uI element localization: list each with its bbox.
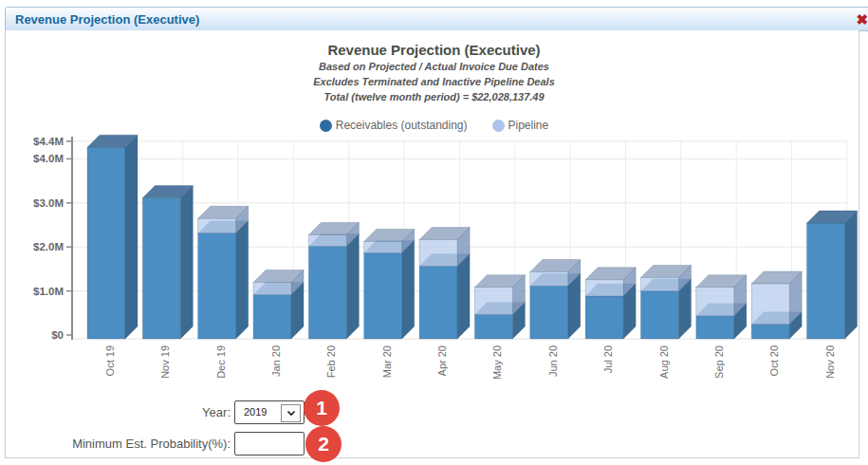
pipeline-front[interactable] bbox=[198, 218, 236, 232]
min-probability-input[interactable] bbox=[234, 432, 305, 456]
pipeline-front[interactable] bbox=[419, 240, 457, 267]
bar-nov-19[interactable] bbox=[142, 186, 193, 339]
receivables-side[interactable] bbox=[845, 211, 858, 339]
pipeline-front[interactable] bbox=[253, 283, 291, 295]
bar-oct-20[interactable] bbox=[751, 271, 802, 339]
receivables-side[interactable] bbox=[180, 186, 193, 339]
x-axis-label-oct-19: Oct 19 bbox=[104, 345, 116, 376]
bar-mar-20[interactable] bbox=[364, 229, 415, 339]
x-axis-label-nov-20: Nov 20 bbox=[824, 345, 836, 379]
bar-apr-20[interactable] bbox=[419, 228, 470, 339]
x-axis-label-jul-20: Jul 20 bbox=[602, 345, 614, 373]
pipeline-front[interactable] bbox=[696, 288, 734, 316]
receivables-side[interactable] bbox=[236, 221, 249, 339]
pipeline-front[interactable] bbox=[585, 280, 623, 296]
year-label: Year: bbox=[117, 405, 231, 419]
receivables-front[interactable] bbox=[530, 286, 568, 339]
step-badge-1: 1 bbox=[304, 390, 340, 426]
pipeline-front[interactable] bbox=[530, 271, 568, 286]
bar-oct-19[interactable] bbox=[87, 135, 138, 339]
y-axis-label: $3.0M bbox=[33, 197, 64, 209]
receivables-front[interactable] bbox=[253, 295, 291, 339]
bar-aug-20[interactable] bbox=[641, 266, 692, 339]
x-axis-label-aug-20: Aug 20 bbox=[658, 345, 670, 379]
bar-nov-20[interactable] bbox=[807, 211, 858, 339]
x-axis-label-jun-20: Jun 20 bbox=[547, 345, 559, 377]
receivables-front[interactable] bbox=[364, 253, 402, 339]
revenue-projection-chart: $0$1.0M$2.0M$3.0M$4.0M$4.4MOct 19Nov 19D… bbox=[0, 0, 868, 403]
x-axis-label-sep-20: Sep 20 bbox=[713, 345, 725, 379]
x-axis-label-may-20: May 20 bbox=[491, 345, 503, 380]
receivables-front[interactable] bbox=[641, 291, 679, 339]
x-axis-label-nov-19: Nov 19 bbox=[159, 345, 171, 379]
x-axis-label-mar-20: Mar 20 bbox=[381, 345, 393, 378]
year-select-value: 2019 bbox=[244, 406, 267, 418]
bar-dec-19[interactable] bbox=[198, 206, 249, 339]
receivables-side[interactable] bbox=[457, 253, 470, 339]
bar-sep-20[interactable] bbox=[696, 275, 747, 339]
receivables-side[interactable] bbox=[402, 241, 415, 339]
min-probability-label: Minimum Est. Probability(%): bbox=[19, 437, 231, 451]
receivables-front[interactable] bbox=[198, 233, 236, 339]
receivables-front[interactable] bbox=[474, 314, 512, 339]
x-axis-label-apr-20: Apr 20 bbox=[436, 345, 448, 376]
receivables-front[interactable] bbox=[87, 147, 125, 339]
pipeline-front[interactable] bbox=[308, 234, 346, 246]
bar-jun-20[interactable] bbox=[530, 259, 581, 339]
pipeline-front[interactable] bbox=[751, 284, 789, 325]
chevron-down-icon[interactable] bbox=[281, 404, 301, 422]
revenue-projection-window: Revenue Projection (Executive) ✖ Revenue… bbox=[0, 0, 868, 465]
year-select[interactable]: 2019 bbox=[234, 400, 305, 424]
step-badge-2: 2 bbox=[305, 426, 342, 462]
receivables-front[interactable] bbox=[308, 247, 346, 339]
receivables-front[interactable] bbox=[142, 198, 180, 339]
y-axis-label: $1.0M bbox=[33, 286, 64, 297]
pipeline-front[interactable] bbox=[641, 278, 679, 291]
bar-may-20[interactable] bbox=[474, 275, 525, 339]
pipeline-front[interactable] bbox=[474, 288, 512, 315]
receivables-side[interactable] bbox=[346, 234, 359, 339]
x-axis-label-jan-20: Jan 20 bbox=[270, 345, 282, 377]
y-axis-label: $4.4M bbox=[33, 136, 64, 147]
y-axis-label: $2.0M bbox=[33, 241, 64, 252]
receivables-front[interactable] bbox=[419, 266, 457, 339]
x-axis-label-oct-20: Oct 20 bbox=[768, 345, 780, 376]
receivables-side[interactable] bbox=[125, 135, 138, 339]
receivables-front[interactable] bbox=[696, 316, 734, 339]
receivables-front[interactable] bbox=[807, 223, 845, 339]
x-axis-label-dec-19: Dec 19 bbox=[215, 345, 227, 379]
bar-feb-20[interactable] bbox=[308, 222, 359, 339]
pipeline-front[interactable] bbox=[364, 241, 402, 252]
x-axis-label-feb-20: Feb 20 bbox=[325, 345, 337, 378]
y-axis-label: $0 bbox=[51, 329, 64, 341]
bar-jul-20[interactable] bbox=[585, 268, 636, 339]
y-axis-label: $4.0M bbox=[33, 153, 64, 164]
bar-jan-20[interactable] bbox=[253, 270, 304, 339]
receivables-front[interactable] bbox=[585, 296, 623, 339]
receivables-front[interactable] bbox=[751, 325, 789, 339]
